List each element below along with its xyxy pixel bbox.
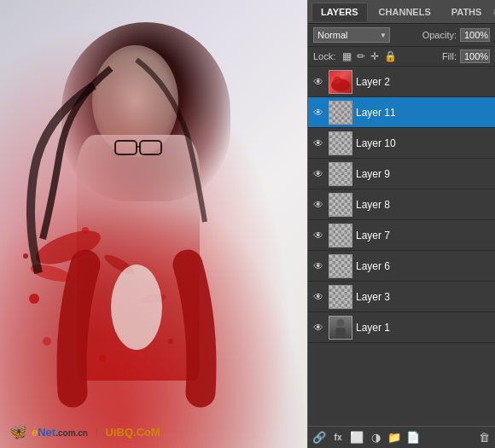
fill-row: Fill: 100% bbox=[442, 49, 490, 63]
layer-name-layer7: Layer 7 bbox=[356, 230, 492, 241]
uibq-logo: UiBQ.CoM bbox=[106, 426, 160, 439]
layer-item-layer11[interactable]: 👁Layer 11 bbox=[308, 97, 495, 128]
layer-item-layer7[interactable]: 👁Layer 7 bbox=[308, 220, 495, 251]
layer-name-layer1: Layer 1 bbox=[356, 322, 492, 334]
layer-thumb-layer10 bbox=[329, 131, 352, 155]
lock-position-icon[interactable]: ✛ bbox=[370, 50, 379, 62]
locks-row: Lock: ▦ ✏ ✛ 🔒 Fill: 100% bbox=[308, 47, 495, 67]
layer-eye-layer7[interactable]: 👁 bbox=[312, 229, 325, 242]
delete-layer-button[interactable]: 🗑 bbox=[476, 430, 492, 445]
layer-eye-layer3[interactable]: 👁 bbox=[312, 290, 325, 304]
svg-rect-17 bbox=[335, 328, 345, 337]
layer-name-layer2: Layer 2 bbox=[356, 76, 492, 88]
fill-value[interactable]: 100% bbox=[460, 49, 490, 63]
blend-mode-wrapper: Normal Multiply Screen Overlay bbox=[313, 27, 390, 43]
svg-point-16 bbox=[336, 318, 344, 326]
layer-item-layer2[interactable]: 👁Layer 2 bbox=[308, 67, 495, 97]
layer-item-layer3[interactable]: 👁Layer 3 bbox=[308, 282, 495, 312]
svg-point-15 bbox=[334, 76, 341, 84]
layer-thumb-layer6 bbox=[329, 254, 352, 278]
layer-item-layer9[interactable]: 👁Layer 9 bbox=[308, 159, 495, 189]
layer-thumb-layer8 bbox=[329, 193, 352, 217]
fill-label: Fill: bbox=[442, 51, 457, 61]
svg-point-4 bbox=[23, 253, 28, 259]
layer-mask-button[interactable]: ⬜ bbox=[349, 430, 364, 445]
layer-style-button[interactable]: fx bbox=[330, 430, 346, 445]
layers-panel: LAYERS CHANNELS PATHS ≡ Normal Multiply … bbox=[307, 0, 495, 448]
photo-area: 🦋 eNet.com.cn | UiBQ.CoM bbox=[0, 0, 307, 448]
layer-name-layer8: Layer 8 bbox=[356, 199, 492, 211]
main-container: 🦋 eNet.com.cn | UiBQ.CoM LAYERS CHANNELS… bbox=[0, 0, 495, 448]
lock-transparent-icon[interactable]: ▦ bbox=[342, 50, 352, 62]
tab-paths[interactable]: PATHS bbox=[442, 3, 492, 21]
watermark: 🦋 eNet.com.cn | UiBQ.CoM bbox=[9, 422, 160, 441]
layer-thumb-layer3 bbox=[329, 285, 352, 309]
enet-logo: eNet.com.cn bbox=[32, 426, 88, 439]
layer-thumb-layer9 bbox=[329, 162, 352, 186]
svg-point-3 bbox=[82, 227, 89, 234]
svg-point-8 bbox=[99, 355, 106, 362]
blend-row: Normal Multiply Screen Overlay Opacity: … bbox=[308, 24, 495, 47]
new-layer-button[interactable]: 📄 bbox=[405, 430, 421, 445]
locks-label: Lock: bbox=[313, 51, 335, 61]
svg-point-13 bbox=[111, 265, 162, 350]
layer-eye-layer11[interactable]: 👁 bbox=[312, 106, 325, 119]
layer-eye-layer6[interactable]: 👁 bbox=[312, 259, 325, 273]
svg-point-9 bbox=[168, 339, 173, 344]
layer-name-layer3: Layer 3 bbox=[356, 291, 492, 303]
layer-name-layer10: Layer 10 bbox=[356, 137, 492, 149]
lock-all-icon[interactable]: 🔒 bbox=[384, 50, 397, 62]
lock-image-icon[interactable]: ✏ bbox=[357, 50, 365, 62]
group-layers-button[interactable]: 📁 bbox=[387, 430, 402, 445]
layers-list: 👁Layer 2👁Layer 11👁Layer 10👁Layer 9👁Layer… bbox=[308, 67, 495, 426]
layer-eye-layer8[interactable]: 👁 bbox=[312, 198, 325, 212]
layer-name-layer11: Layer 11 bbox=[356, 107, 492, 119]
layer-eye-layer1[interactable]: 👁 bbox=[312, 321, 325, 335]
separator: | bbox=[96, 428, 98, 437]
panel-tabs: LAYERS CHANNELS PATHS ≡ bbox=[308, 0, 495, 24]
tab-channels[interactable]: CHANNELS bbox=[370, 3, 440, 21]
layer-eye-layer2[interactable]: 👁 bbox=[312, 75, 325, 89]
layer-item-layer6[interactable]: 👁Layer 6 bbox=[308, 251, 495, 282]
layer-name-layer6: Layer 6 bbox=[356, 260, 492, 272]
opacity-row: Opacity: 100% bbox=[422, 28, 490, 42]
opacity-value[interactable]: 100% bbox=[460, 28, 490, 42]
layer-item-layer10[interactable]: 👁Layer 10 bbox=[308, 128, 495, 159]
layer-name-layer9: Layer 9 bbox=[356, 168, 492, 180]
layer-thumb-layer11 bbox=[329, 101, 352, 125]
svg-point-6 bbox=[43, 337, 51, 346]
layer-thumb-layer2 bbox=[329, 70, 352, 94]
layer-thumb-layer1 bbox=[329, 316, 352, 340]
opacity-label: Opacity: bbox=[422, 30, 457, 40]
layer-item-layer1[interactable]: 👁Layer 1 bbox=[308, 312, 495, 343]
svg-rect-11 bbox=[140, 141, 161, 154]
layer-item-layer8[interactable]: 👁Layer 8 bbox=[308, 189, 495, 220]
layer-thumb-layer7 bbox=[329, 224, 352, 247]
svg-rect-10 bbox=[115, 141, 137, 154]
svg-point-2 bbox=[29, 294, 39, 304]
layers-toolbar: 🔗 fx ⬜ ◑ 📁 📄 🗑 bbox=[308, 426, 495, 448]
splash-particles bbox=[0, 0, 307, 448]
tab-layers[interactable]: LAYERS bbox=[312, 3, 368, 21]
blend-mode-select[interactable]: Normal Multiply Screen Overlay bbox=[313, 27, 390, 43]
layer-eye-layer9[interactable]: 👁 bbox=[312, 167, 325, 181]
adjustment-layer-button[interactable]: ◑ bbox=[368, 430, 383, 445]
link-layers-button[interactable]: 🔗 bbox=[312, 430, 327, 445]
layer-eye-layer10[interactable]: 👁 bbox=[312, 137, 325, 150]
butterfly-icon: 🦋 bbox=[9, 422, 27, 441]
photo-content: 🦋 eNet.com.cn | UiBQ.CoM bbox=[0, 0, 307, 448]
